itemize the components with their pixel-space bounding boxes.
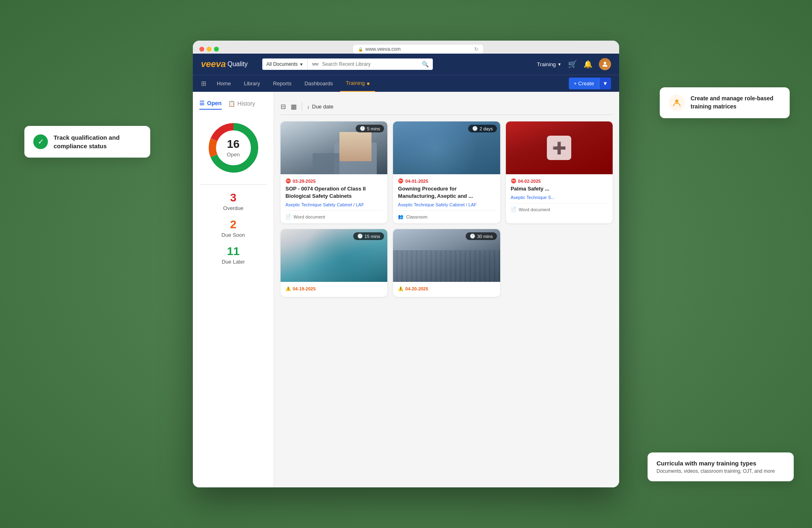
training-chevron-icon: ▼ [557,62,561,67]
browser-window: 🔒 www.veeva.com ↻ veeva Quality All Docu… [193,41,619,487]
track-tooltip-title: Track qualification and compliance statu… [54,134,120,149]
clock-icon-4: 🕐 [357,234,363,239]
cart-icon[interactable]: 🛒 [568,60,577,69]
svg-point-1 [604,62,606,64]
minimize-button[interactable] [207,47,212,52]
card-image-5: 🕐 30 mins [393,229,500,282]
card-4-body: ⚠️ 04-19-2025 [281,282,387,297]
clock-icon-2: 🕐 [472,126,478,131]
divider [199,184,267,185]
card-4-date: ⚠️ 04-19-2025 [285,286,382,291]
apps-grid-icon[interactable]: ⊞ [201,80,206,87]
due-later-label: Due Later [222,259,245,265]
training-card-1[interactable]: 🕐 5 mins ⛔ 03-29-2025 SOP - 0074 Operati… [281,121,387,223]
card-image-4: 🕐 15 mins [281,229,387,282]
doc-type-select[interactable]: All Documents ▼ [262,58,307,70]
training-card-5[interactable]: 🕐 30 mins ⚠️ 04-20-2025 [393,229,500,297]
traffic-lights [199,47,219,52]
curricula-tooltip: Curricula with many training types Docum… [648,452,794,481]
card-1-duration: 🕐 5 mins [356,125,384,132]
error-icon-2: ⛔ [398,178,404,184]
role-tooltip-text: Create and manage role-based training ma… [691,95,781,110]
role-based-tooltip: Create and manage role-based training ma… [660,87,790,118]
card-1-category[interactable]: Aseptic Technique Safety Cabinet / LAF [285,202,382,207]
nav-item-training[interactable]: Training [340,75,375,92]
card-5-body: ⚠️ 04-20-2025 [393,282,500,297]
close-button[interactable] [199,47,204,52]
cards-grid: 🕐 5 mins ⛔ 03-29-2025 SOP - 0074 Operati… [281,121,613,297]
tab-open[interactable]: ☰ Open [199,100,222,110]
search-input[interactable] [322,61,419,67]
lock-icon: 🔒 [358,47,363,52]
due-soon-number: 2 [199,218,267,231]
logo-veeva: veeva [201,59,226,69]
error-icon-3: ⛔ [511,178,516,184]
nav-item-library[interactable]: Library [238,76,266,91]
donut-label: Open [227,151,240,158]
clock-icon: 🕐 [360,126,365,131]
card-2-title: Gowning Procedure for Manufacturing, Ase… [398,185,495,200]
doc-icon-1: 📄 [285,214,291,219]
tab-open-label: Open [207,100,222,106]
donut-number: 16 [227,138,240,151]
card-3-date: ⛔ 04-02-2025 [511,178,608,184]
overdue-number: 3 [199,191,267,204]
curricula-tooltip-title: Curricula with many training types [657,460,785,467]
training-card-2[interactable]: 🕐 2 days ⛔ 04-01-2025 Gowning Procedure … [393,121,500,223]
list-icon: ☰ [199,100,205,106]
avatar[interactable] [599,58,611,70]
url-text: www.veeva.com [365,46,401,52]
tab-history[interactable]: 📋 History [228,100,255,110]
sort-label: Due date [312,104,334,110]
donut-chart-container: 16 Open [199,119,267,176]
card-4-duration: 🕐 15 mins [353,232,384,240]
donut-center: 16 Open [227,138,240,158]
refresh-icon[interactable]: ↻ [474,46,478,52]
training-label: Training [537,61,556,67]
role-tooltip-title: Create and manage role-based training ma… [691,95,773,110]
track-tooltip-text: Track qualification and compliance statu… [54,133,141,150]
card-2-footer: 👥 Classroom [398,210,495,219]
chevron-down-icon: ▼ [299,62,303,67]
create-dropdown-button[interactable]: ▼ [599,78,611,89]
nav-bar: ⊞ Home Library Reports Dashboards Traini… [193,75,619,92]
check-icon: ✓ [33,134,48,149]
card-2-duration: 🕐 2 days [468,125,497,132]
main-content: ⊟ ▦ ↓ Due date [274,92,619,487]
card-3-body: ⛔ 04-02-2025 Palma Safety ... Aseptic Te… [506,174,613,216]
nav-item-home[interactable]: Home [211,76,237,91]
training-card-4[interactable]: 🕐 15 mins ⚠️ 04-19-2025 [281,229,387,297]
doc-type-3: Word document [519,207,550,212]
search-icon[interactable]: 🔍 [422,61,429,67]
logo-quality: Quality [227,61,248,68]
address-bar[interactable]: 🔒 www.veeva.com ↻ [353,45,483,54]
warning-icon-5: ⚠️ [398,286,404,291]
card-3-category[interactable]: Aseptic Technique S... [511,195,608,200]
nav-item-reports[interactable]: Reports [267,76,297,91]
curricula-tooltip-subtitle: Documents, videos, classroom training, O… [657,468,785,474]
stat-due-later: 11 Due Later [199,245,267,265]
nav-item-dashboards[interactable]: Dashboards [299,76,339,91]
doc-icon-3: 📄 [511,207,516,212]
card-2-category[interactable]: Aseptic Technique Safety Cabinet / LAF [398,202,495,207]
track-qualification-tooltip: ✓ Track qualification and compliance sta… [24,126,150,158]
create-button-group: + Create ▼ [569,78,611,89]
due-soon-label: Due Soon [222,232,245,238]
logo-area: veeva Quality [201,59,248,69]
create-button[interactable]: + Create [569,78,599,89]
maximize-button[interactable] [214,47,219,52]
filter-bar: ⊟ ▦ ↓ Due date [281,98,613,115]
doc-type-2: Classroom [406,214,428,219]
grid-view-icon[interactable]: ▦ [291,103,297,110]
content-area: ☰ Open 📋 History [193,92,619,487]
training-card-3[interactable]: ➕ ⛔ 04-02-2025 Palma Safety ... Aseptic … [506,121,613,223]
overdue-label: Overdue [223,205,244,211]
training-menu[interactable]: Training ▼ [537,61,561,67]
donut-chart: 16 Open [205,119,262,176]
card-1-date: ⛔ 03-29-2025 [285,178,382,184]
filter-icon[interactable]: ⊟ [281,103,286,110]
card-image-3: ➕ [506,121,613,174]
header-actions: Training ▼ 🛒 🔔 [537,58,611,70]
sort-button[interactable]: ↓ Due date [307,104,333,110]
bell-icon[interactable]: 🔔 [583,60,592,69]
